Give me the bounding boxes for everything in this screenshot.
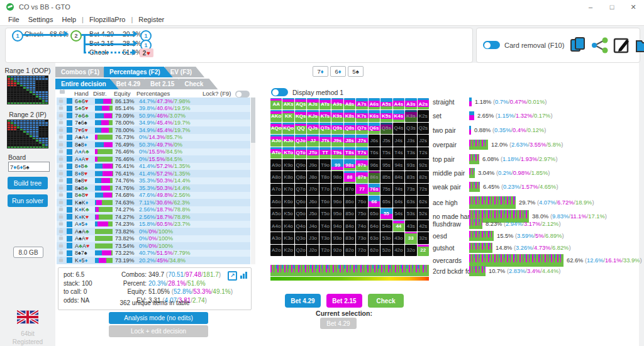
matrix-cell-AKs[interactable]: AKs — [282, 98, 294, 109]
matrix-cell-A6o[interactable]: A6o — [270, 196, 282, 207]
matrix-cell-T7o[interactable]: T7o — [319, 184, 331, 195]
row-lock-icon[interactable] — [59, 136, 63, 139]
matrix-cell-QJs[interactable]: QJs — [307, 123, 318, 134]
matrix-cell-74o[interactable]: 74o — [356, 220, 367, 232]
table-row[interactable]: A♠A♥73.82%0%/0%/100% — [57, 235, 250, 243]
matrix-cell-K9s[interactable]: K9s — [331, 110, 343, 121]
matrix-cell-64s[interactable]: 64s — [393, 196, 404, 207]
matrix-cell-55[interactable]: 55 — [380, 208, 392, 220]
table-row[interactable]: 8♣8♥74.68%47.6%/49.8%/2.56% — [57, 192, 250, 199]
matrix-cell-KK[interactable]: KK — [282, 110, 294, 121]
matrix-cell-82s[interactable]: 82s — [418, 171, 429, 182]
matrix-cell-KTo[interactable]: KTo — [282, 147, 294, 159]
table-row[interactable]: 8♠8♣74.76%35.3%/50.3%/14.4% — [57, 184, 250, 192]
menu-item-flopzillapro[interactable]: FlopzillaPro — [85, 16, 130, 23]
matrix-cell-Q5s[interactable]: Q5s — [380, 123, 392, 134]
matrix-cell-76s[interactable]: 76s — [369, 184, 380, 195]
matrix-cell-J2o[interactable]: J2o — [307, 245, 318, 256]
row-lock-icon[interactable] — [59, 121, 63, 125]
matrix-cell-87o[interactable]: 87o — [344, 184, 355, 195]
matrix-cell-85s[interactable]: 85s — [380, 171, 392, 182]
matrix-cell-84s[interactable]: 84s — [393, 171, 404, 182]
table-row[interactable]: 8♦8♥76.41%41.4%/57.2%/1.35% — [57, 170, 250, 177]
matrix-cell-A7s[interactable]: A7s — [356, 98, 367, 109]
matrix-cell-Q6s[interactable]: Q6s — [369, 123, 380, 134]
matrix-cell-94o[interactable]: 94o — [331, 220, 343, 232]
matrix-cell-QTs[interactable]: QTs — [319, 123, 331, 134]
export-icon[interactable]: ↗ — [228, 271, 237, 281]
matrix-cell-QTo[interactable]: QTo — [295, 147, 306, 159]
display-method-toggle[interactable] — [271, 88, 288, 96]
matrix-cell-95o[interactable]: 95o — [331, 208, 343, 220]
table-row[interactable]: K♦5♦73.19%20.2%/45%/34.8% — [57, 257, 250, 264]
matrix-cell-62o[interactable]: 62o — [369, 245, 380, 256]
row-lock-icon[interactable] — [59, 172, 63, 175]
table-row[interactable]: A♦5♦74.23%15.8%/60.5%/23.7% — [57, 221, 250, 228]
matrix-cell-K9o[interactable]: K9o — [282, 159, 294, 170]
row-lock-icon[interactable] — [59, 215, 63, 218]
matrix-cell-44[interactable]: 44 — [393, 220, 404, 232]
table-row[interactable]: K♦K♥74.27%2.56%/18.7%/78.8% — [57, 213, 250, 221]
matrix-cell-K6s[interactable]: K6s — [369, 110, 380, 121]
matrix-cell-Q3s[interactable]: Q3s — [405, 123, 416, 134]
matrix-cell-K4o[interactable]: K4o — [282, 220, 294, 232]
matrix-cell-J6o[interactable]: J6o — [307, 196, 318, 207]
tree-node-root[interactable]: 1 — [12, 30, 23, 42]
matrix-cell-66[interactable]: 66 — [369, 196, 380, 207]
menu-item-file[interactable]: File — [4, 16, 24, 23]
matrix-cell-53o[interactable]: 53o — [380, 232, 392, 243]
row-lock-icon[interactable] — [59, 157, 63, 160]
matrix-cell-JTs[interactable]: JTs — [319, 135, 331, 146]
matrix-cell-J3s[interactable]: J3s — [405, 135, 416, 146]
table-row[interactable]: 8♠8♥74.76%35.3%/50.3%/14.4% — [57, 177, 250, 185]
matrix-cell-J5o[interactable]: J5o — [307, 208, 318, 220]
menu-item-register[interactable]: Register — [134, 16, 169, 23]
matrix-cell-K5s[interactable]: K5s — [380, 110, 392, 121]
table-row[interactable]: A♣A♥73.54%0%/0%/100% — [57, 242, 250, 250]
tab-combos-f1-[interactable]: Combos (F1) — [55, 67, 112, 77]
row-lock-icon[interactable] — [59, 237, 63, 240]
maximize-button[interactable]: □ — [601, 0, 623, 14]
row-lock-icon[interactable] — [59, 194, 63, 197]
table-row[interactable]: 8♦8♣76.41%41.4%/57.2%/1.35% — [57, 163, 250, 170]
menu-item-settings[interactable]: Settings — [24, 16, 58, 23]
matrix-cell-Q7o[interactable]: Q7o — [295, 184, 306, 195]
table-row[interactable]: 6♣6♥86.13%44.7%/47.3%/7.98% — [57, 98, 250, 105]
card-removal-toggle[interactable] — [483, 41, 500, 49]
minimize-button[interactable]: – — [580, 0, 601, 14]
matrix-cell-AJs[interactable]: AJs — [307, 98, 318, 109]
matrix-cell-85o[interactable]: 85o — [344, 208, 355, 220]
matrix-cell-A4s[interactable]: A4s — [393, 98, 404, 109]
matrix-cell-KQo[interactable]: KQo — [282, 123, 294, 134]
matrix-cell-JTo[interactable]: JTo — [307, 147, 318, 159]
matrix-cell-53s[interactable]: 53s — [405, 208, 416, 220]
matrix-cell-K3s[interactable]: K3s — [405, 110, 416, 121]
matrix-cell-73o[interactable]: 73o — [356, 232, 367, 243]
matrix-cell-T5o[interactable]: T5o — [319, 208, 331, 220]
matrix-cell-T8s[interactable]: T8s — [344, 147, 355, 159]
matrix-cell-43o[interactable]: 43o — [393, 232, 404, 243]
matrix-cell-J4s[interactable]: J4s — [393, 135, 404, 146]
matrix-cell-52s[interactable]: 52s — [418, 208, 429, 220]
matrix-cell-T8o[interactable]: T8o — [319, 171, 331, 182]
table-row[interactable]: A♦A♣76.46%0%/15.5%/84.5% — [57, 148, 250, 156]
table-row[interactable]: K♦K♣74.27%2.56%/18.7%/78.8% — [57, 206, 250, 214]
matrix-cell-A3o[interactable]: A3o — [270, 232, 282, 243]
edit-icon[interactable] — [613, 36, 631, 55]
matrix-cell-Q2s[interactable]: Q2s — [418, 123, 429, 134]
matrix-cell-98s[interactable]: 98s — [344, 159, 355, 170]
matrix-cell-64o[interactable]: 64o — [369, 220, 380, 232]
matrix-cell-A4o[interactable]: A4o — [270, 220, 282, 232]
table-scrollbar[interactable] — [251, 98, 255, 264]
matrix-cell-J7s[interactable]: J7s — [356, 135, 367, 146]
matrix-cell-92s[interactable]: 92s — [418, 159, 429, 170]
matrix-cell-A9s[interactable]: A9s — [331, 98, 343, 109]
matrix-cell-J6s[interactable]: J6s — [369, 135, 380, 146]
matrix-cell-AQs[interactable]: AQs — [295, 98, 306, 109]
matrix-cell-92o[interactable]: 92o — [331, 245, 343, 256]
matrix-cell-J8s[interactable]: J8s — [344, 135, 355, 146]
matrix-cell-T4s[interactable]: T4s — [393, 147, 404, 159]
matrix-cell-KTs[interactable]: KTs — [319, 110, 331, 121]
row-lock-icon[interactable] — [59, 143, 63, 146]
matrix-cell-K4s[interactable]: K4s — [393, 110, 404, 121]
